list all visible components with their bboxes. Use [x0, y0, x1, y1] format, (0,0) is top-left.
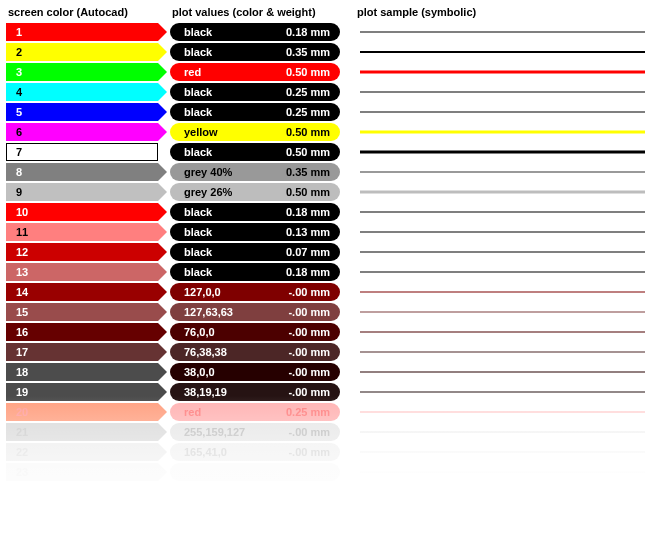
plot-value-pill: 76,0,0-.00 mm [170, 323, 340, 341]
header-plot-sample: plot sample (symbolic) [357, 6, 476, 18]
plot-color-label: 38,0,0 [184, 366, 215, 378]
plot-value-pill: yellow0.50 mm [170, 123, 340, 141]
screen-color-index: 1 [16, 26, 22, 38]
screen-color-swatch: 17 [6, 343, 158, 361]
plot-weight-label: -.00 mm [288, 366, 330, 378]
screen-color-index: 11 [16, 226, 28, 238]
screen-color-index: 3 [16, 66, 22, 78]
plot-weight-label: 0.18 mm [286, 206, 330, 218]
plot-sample-line [360, 150, 645, 153]
plot-color-label: grey 26% [184, 186, 232, 198]
plot-sample-line [360, 391, 645, 392]
plot-color-label: black [184, 246, 212, 258]
plot-value-pill: black0.25 mm [170, 83, 340, 101]
plot-sample-line [360, 471, 645, 472]
table-row: 22165,41,0-.00 mm [6, 442, 655, 461]
screen-color-index: 10 [16, 206, 28, 218]
plot-color-label: grey 40% [184, 166, 232, 178]
plot-sample-line [360, 231, 645, 232]
plot-sample-line [360, 311, 645, 312]
plot-sample-line [360, 190, 645, 193]
color-table: 1black0.18 mm2black0.35 mm3red0.50 mm4bl… [6, 22, 655, 481]
plot-weight-label: 0.35 mm [286, 46, 330, 58]
screen-color-index: 13 [16, 266, 28, 278]
plot-sample-line [360, 291, 645, 292]
plot-color-label: 127,63,63 [184, 306, 233, 318]
column-headers: screen color (Autocad) plot values (colo… [6, 6, 655, 18]
screen-color-index: 6 [16, 126, 22, 138]
screen-color-index: 7 [16, 146, 22, 158]
plot-value-pill: 76,38,38-.00 mm [170, 343, 340, 361]
screen-color-index: 18 [16, 366, 28, 378]
plot-sample-line [360, 91, 645, 92]
plot-color-label: black [184, 46, 212, 58]
header-screen-color: screen color (Autocad) [8, 6, 172, 18]
screen-color-index: 16 [16, 326, 28, 338]
table-row: 12black0.07 mm [6, 242, 655, 261]
plot-sample [360, 263, 655, 281]
table-row: 20red0.25 mm [6, 402, 655, 421]
plot-sample [360, 423, 655, 441]
screen-color-swatch: 13 [6, 263, 158, 281]
plot-color-label: 255,159,127 [184, 426, 245, 438]
plot-weight-label: 0.13 mm [286, 226, 330, 238]
plot-sample-line [360, 451, 645, 452]
plot-sample-line [360, 51, 645, 53]
plot-weight-label: 0.50 mm [286, 126, 330, 138]
table-row: 1938,19,19-.00 mm [6, 382, 655, 401]
plot-sample [360, 403, 655, 421]
plot-sample [360, 363, 655, 381]
table-row: 23 [6, 462, 655, 481]
plot-weight-label: 0.50 mm [286, 66, 330, 78]
plot-value-pill: 165,41,0-.00 mm [170, 443, 340, 461]
plot-sample-line [360, 251, 645, 252]
screen-color-swatch: 2 [6, 43, 158, 61]
plot-color-label: red [184, 66, 201, 78]
screen-color-swatch: 10 [6, 203, 158, 221]
screen-color-index: 8 [16, 166, 22, 178]
plot-sample [360, 143, 655, 161]
plot-color-label: red [184, 406, 201, 418]
screen-color-index: 14 [16, 286, 28, 298]
plot-sample-line [360, 351, 645, 352]
plot-weight-label: -.00 mm [288, 326, 330, 338]
plot-weight-label: 0.25 mm [286, 106, 330, 118]
plot-color-label: black [184, 226, 212, 238]
plot-sample [360, 443, 655, 461]
table-row: 4black0.25 mm [6, 82, 655, 101]
screen-color-swatch: 19 [6, 383, 158, 401]
screen-color-swatch: 15 [6, 303, 158, 321]
plot-color-label: 38,19,19 [184, 386, 227, 398]
plot-sample [360, 183, 655, 201]
table-row: 13black0.18 mm [6, 262, 655, 281]
plot-weight-label: 0.35 mm [286, 166, 330, 178]
plot-value-pill: 127,63,63-.00 mm [170, 303, 340, 321]
table-row: 8grey 40%0.35 mm [6, 162, 655, 181]
plot-sample [360, 463, 655, 481]
plot-sample [360, 303, 655, 321]
plot-weight-label: -.00 mm [288, 446, 330, 458]
screen-color-swatch: 23 [6, 463, 158, 481]
table-row: 14127,0,0-.00 mm [6, 282, 655, 301]
plot-weight-label: -.00 mm [288, 386, 330, 398]
table-row: 6yellow0.50 mm [6, 122, 655, 141]
plot-sample [360, 283, 655, 301]
screen-color-swatch: 21 [6, 423, 158, 441]
screen-color-swatch: 16 [6, 323, 158, 341]
plot-value-pill: black0.35 mm [170, 43, 340, 61]
table-row: 11black0.13 mm [6, 222, 655, 241]
plot-value-pill: black0.13 mm [170, 223, 340, 241]
plot-color-label: 76,38,38 [184, 346, 227, 358]
plot-value-pill: grey 26%0.50 mm [170, 183, 340, 201]
screen-color-swatch: 5 [6, 103, 158, 121]
plot-sample-line [360, 271, 645, 272]
plot-sample-line [360, 431, 645, 432]
plot-value-pill: black0.18 mm [170, 263, 340, 281]
plot-value-pill: red0.50 mm [170, 63, 340, 81]
plot-sample [360, 63, 655, 81]
table-row: 9grey 26%0.50 mm [6, 182, 655, 201]
table-row: 15127,63,63-.00 mm [6, 302, 655, 321]
plot-weight-label: 0.50 mm [286, 186, 330, 198]
screen-color-index: 23 [16, 466, 28, 478]
plot-color-label: 127,0,0 [184, 286, 221, 298]
